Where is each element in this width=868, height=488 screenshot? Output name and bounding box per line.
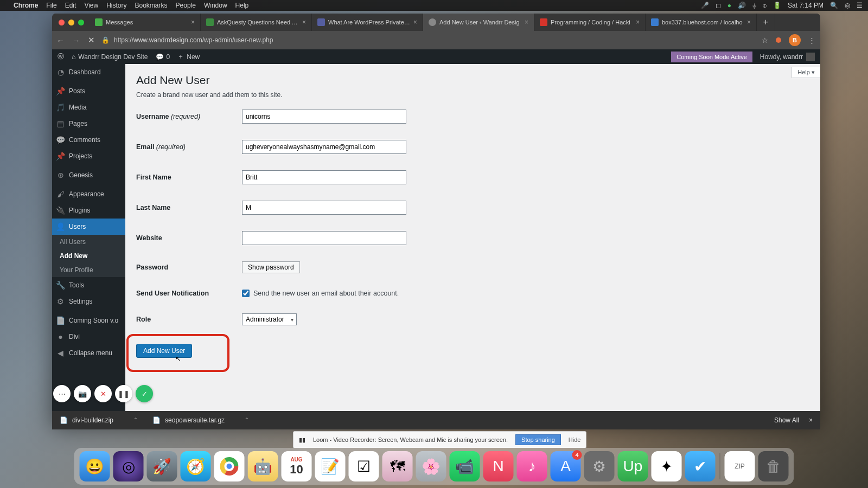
wifi-icon[interactable]: ⏚ bbox=[752, 2, 756, 9]
sidebar-item-settings[interactable]: ⚙Settings bbox=[52, 293, 125, 310]
dock-trash-icon[interactable]: 🗑 bbox=[758, 451, 789, 481]
siri-icon[interactable]: ◎ bbox=[845, 2, 850, 9]
notify-checkbox[interactable] bbox=[242, 290, 250, 297]
mac-menu-file[interactable]: File bbox=[46, 2, 56, 9]
maximize-window-icon[interactable] bbox=[78, 20, 84, 25]
mac-menu-history[interactable]: History bbox=[106, 2, 126, 9]
dock-slack-icon[interactable]: ✦ bbox=[652, 451, 682, 481]
mac-menu-help[interactable]: Help bbox=[235, 2, 249, 9]
tab-messages[interactable]: Messages× bbox=[90, 14, 201, 31]
sidebar-item-users[interactable]: 👤Users bbox=[52, 219, 125, 235]
download-item[interactable]: 📄divi-builder.zip⌃ bbox=[60, 416, 138, 424]
status-dot-icon[interactable]: ● bbox=[727, 2, 731, 9]
download-item[interactable]: 📄seopowersuite.tar.gz⌃ bbox=[152, 416, 250, 424]
wp-logo-icon[interactable]: ⓦ bbox=[58, 52, 64, 61]
tab-youtube[interactable]: Programming / Coding / Hacki× bbox=[534, 14, 646, 31]
tab-add-new-user[interactable]: Add New User ‹ Wandrr Desig× bbox=[423, 14, 534, 31]
profile-indicator-icon[interactable] bbox=[776, 37, 781, 43]
mac-menu-view[interactable]: View bbox=[84, 2, 98, 9]
stop-loading-icon[interactable]: ✕ bbox=[88, 35, 95, 45]
loom-cancel-button[interactable]: ✕ bbox=[94, 385, 112, 402]
control-center-icon[interactable]: ☰ bbox=[857, 2, 863, 9]
mac-menu-people[interactable]: People bbox=[176, 2, 196, 9]
wp-howdy[interactable]: Howdy, wandrr bbox=[760, 53, 815, 61]
show-all-downloads[interactable]: Show All bbox=[774, 416, 799, 424]
mic-icon[interactable]: 🎤 bbox=[701, 2, 709, 9]
close-icon[interactable]: × bbox=[636, 18, 640, 26]
minimize-window-icon[interactable] bbox=[68, 20, 74, 25]
close-icon[interactable]: × bbox=[525, 18, 528, 26]
last-name-input[interactable] bbox=[242, 201, 406, 215]
url-field[interactable]: 🔒 https://www.wandrrdesign.com/wp-admin/… bbox=[101, 36, 755, 44]
mac-menu-edit[interactable]: Edit bbox=[65, 2, 76, 9]
dock-calendar-icon[interactable]: AUG10 bbox=[282, 451, 312, 481]
dock-finder-icon[interactable]: 😀 bbox=[80, 451, 110, 481]
tab-bluehost[interactable]: box337.bluehost.com / localho× bbox=[646, 14, 757, 31]
wp-site-link[interactable]: ⌂Wandrr Design Dev Site bbox=[72, 53, 148, 61]
dock-downloads-folder-icon[interactable]: ZIP bbox=[725, 451, 755, 481]
show-password-button[interactable]: Show password bbox=[242, 261, 300, 273]
dock-upwork-icon[interactable]: Up bbox=[618, 451, 648, 481]
sidebar-item-tools[interactable]: 🔧Tools bbox=[52, 277, 125, 293]
dock-automator-icon[interactable]: 🤖 bbox=[248, 451, 278, 481]
help-button[interactable]: Help ▾ bbox=[792, 67, 820, 78]
sidebar-item-projects[interactable]: 📌Projects bbox=[52, 148, 125, 164]
sidebar-item-pages[interactable]: ▤Pages bbox=[52, 115, 125, 132]
submenu-add-new[interactable]: Add New bbox=[52, 249, 125, 263]
close-icon[interactable]: × bbox=[191, 18, 195, 26]
spotlight-icon[interactable]: 🔍 bbox=[830, 2, 838, 9]
dock-preferences-icon[interactable]: ⚙ bbox=[584, 451, 615, 481]
sidebar-item-coming-soon[interactable]: 📄Coming Soon v.o bbox=[52, 312, 125, 329]
add-new-user-button[interactable]: Add New User bbox=[136, 344, 192, 358]
coming-soon-badge[interactable]: Coming Soon Mode Active bbox=[671, 52, 752, 62]
status-square-icon[interactable]: ◻︎ bbox=[716, 2, 721, 9]
dock-photos-icon[interactable]: 🌸 bbox=[416, 451, 446, 481]
close-icon[interactable]: × bbox=[413, 18, 417, 26]
back-icon[interactable]: ← bbox=[56, 36, 65, 45]
tab-askquesty[interactable]: AskQuesty Questions Need An× bbox=[201, 14, 312, 31]
mac-menu-bookmarks[interactable]: Bookmarks bbox=[135, 2, 168, 9]
email-input[interactable] bbox=[242, 140, 406, 154]
sidebar-item-genesis[interactable]: ⊛Genesis bbox=[52, 167, 125, 183]
wp-new-link[interactable]: ＋New bbox=[177, 52, 200, 61]
wp-comments-link[interactable]: 💬0 bbox=[156, 53, 170, 61]
loom-camera-button[interactable]: 📷 bbox=[74, 385, 91, 402]
star-icon[interactable]: ☆ bbox=[762, 36, 768, 44]
dock-news-icon[interactable]: N bbox=[483, 451, 514, 481]
close-window-icon[interactable] bbox=[59, 20, 65, 25]
dock-launchpad-icon[interactable]: 🚀 bbox=[147, 451, 177, 481]
close-icon[interactable]: × bbox=[302, 18, 306, 26]
dock-siri-icon[interactable]: ◎ bbox=[113, 451, 144, 481]
bluetooth-icon[interactable]: ⌽ bbox=[763, 2, 767, 9]
dock-chrome-icon[interactable] bbox=[214, 451, 245, 481]
chrome-menu-icon[interactable]: ⋮ bbox=[808, 36, 816, 44]
share-pause-icon[interactable]: ▮▮ bbox=[299, 436, 305, 444]
first-name-input[interactable] bbox=[242, 170, 406, 184]
sidebar-item-appearance[interactable]: 🖌Appearance bbox=[52, 186, 125, 202]
loom-pause-button[interactable]: ❚❚ bbox=[115, 385, 132, 402]
dock-facetime-icon[interactable]: 📹 bbox=[450, 451, 480, 481]
close-shelf-icon[interactable]: × bbox=[809, 416, 813, 424]
mac-clock[interactable]: Sat 7:14 PM bbox=[788, 2, 824, 9]
dock-reminders-icon[interactable]: ☑︎ bbox=[349, 451, 379, 481]
loom-done-button[interactable]: ✓ bbox=[136, 385, 153, 402]
dock-things-icon[interactable]: ✔ bbox=[685, 451, 716, 481]
chevron-up-icon[interactable]: ⌃ bbox=[133, 416, 138, 424]
sidebar-item-comments[interactable]: 💬Comments bbox=[52, 132, 125, 148]
chevron-up-icon[interactable]: ⌃ bbox=[244, 416, 250, 424]
sidebar-item-collapse[interactable]: ◀Collapse menu bbox=[52, 345, 125, 361]
dock-safari-icon[interactable]: 🧭 bbox=[181, 451, 211, 481]
submenu-all-users[interactable]: All Users bbox=[52, 235, 125, 249]
sidebar-item-divi[interactable]: ●Divi bbox=[52, 329, 125, 345]
profile-avatar[interactable]: B bbox=[789, 34, 801, 46]
volume-icon[interactable]: 🔊 bbox=[738, 2, 746, 9]
dock-appstore-icon[interactable]: A4 bbox=[551, 451, 581, 481]
website-input[interactable] bbox=[242, 231, 406, 245]
sidebar-item-posts[interactable]: 📌Posts bbox=[52, 83, 125, 99]
forward-icon[interactable]: → bbox=[72, 36, 80, 45]
sidebar-item-dashboard[interactable]: ◔Dashboard bbox=[52, 64, 125, 80]
sidebar-item-plugins[interactable]: 🔌Plugins bbox=[52, 202, 125, 219]
close-icon[interactable]: × bbox=[747, 18, 751, 26]
hide-share-button[interactable]: Hide bbox=[569, 436, 581, 443]
loom-more-button[interactable]: ⋯ bbox=[53, 385, 71, 402]
